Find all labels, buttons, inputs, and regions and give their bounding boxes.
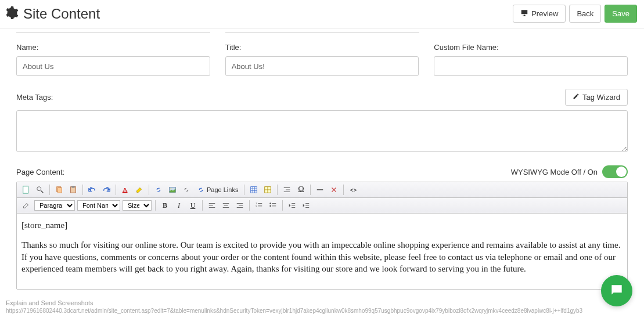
unlink-icon[interactable] [181,184,192,196]
undo-icon[interactable] [87,184,98,196]
svg-rect-6 [71,186,74,188]
align-right-icon[interactable] [234,200,246,211]
preview-button[interactable]: Preview [513,5,566,23]
editor-content[interactable]: [store_name] Thanks so much for visiting… [17,214,627,289]
custom-file-name-label: Custom File Name: [434,43,628,52]
align-center-icon[interactable] [220,200,232,211]
title-label: Title: [225,43,419,52]
name-input[interactable] [16,56,210,76]
name-label: Name: [16,43,210,52]
italic-button[interactable]: I [173,200,185,211]
special-char-icon[interactable]: Ω [295,184,307,196]
page-links-label: Page Links [207,186,238,193]
format-paint-icon[interactable] [20,200,32,211]
outdent-icon[interactable] [286,200,298,211]
content-line-2: Thanks so much for visiting our online s… [21,239,623,274]
text-color-icon[interactable]: A [120,184,131,196]
svg-line-2 [41,191,44,193]
svg-rect-11 [251,187,257,193]
save-button[interactable]: Save [605,5,637,23]
source-icon[interactable]: <> [347,184,359,196]
footer-text: Explain and Send Screenshots [6,299,582,307]
chat-widget-button[interactable] [601,275,632,306]
hr-icon[interactable] [314,184,326,196]
tag-wizard-label: Tag Wizard [582,93,620,102]
rich-text-editor: A Page Links Ω <> [16,182,628,290]
align-left-icon[interactable] [206,200,218,211]
svg-point-10 [171,188,172,189]
pencil-icon [573,93,580,102]
paragraph-select[interactable]: Paragraph [34,200,75,211]
font-name-select[interactable]: Font Name [77,200,120,211]
table-props-icon[interactable] [262,184,274,196]
footer-url: https://719616802440.3dcart.net/admin/si… [6,307,582,315]
underline-button[interactable]: U [187,200,199,211]
search-icon[interactable] [34,184,46,196]
title-input[interactable] [225,56,419,76]
editor-toolbar-1: A Page Links Ω <> [17,182,627,198]
svg-rect-0 [23,186,28,193]
link-icon[interactable] [153,184,164,196]
svg-text:2: 2 [256,205,257,208]
svg-text:A: A [123,186,127,193]
page-header: Site Content Preview Back Save [0,0,644,29]
back-label: Back [577,9,593,18]
preview-label: Preview [531,9,558,18]
svg-point-1 [37,187,41,191]
meta-tags-textarea[interactable] [16,110,628,152]
ghost-row [16,31,628,32]
page-content-label: Page Content: [16,168,64,176]
table-icon[interactable] [248,184,260,196]
svg-rect-4 [57,188,62,193]
new-doc-icon[interactable] [20,184,32,196]
unordered-list-icon[interactable] [267,200,279,211]
wysiwyg-toggle[interactable] [602,165,628,178]
back-button[interactable]: Back [569,5,601,23]
content-line-1: [store_name] [21,219,623,231]
footer-status: Explain and Send Screenshots https://719… [6,299,582,315]
editor-toolbar-2: Paragraph Font Name Size B I U 12 [17,198,627,214]
indent-icon[interactable] [300,200,312,211]
toggle-knob [616,167,627,177]
meta-tags-label: Meta Tags: [16,93,53,102]
bold-button[interactable]: B [159,200,171,211]
svg-point-37 [269,205,271,207]
svg-rect-8 [123,192,128,193]
copy-icon[interactable] [53,184,65,196]
image-icon[interactable] [167,184,178,196]
indent-left-icon[interactable] [281,184,293,196]
cogs-icon [5,6,19,21]
save-label: Save [612,9,629,18]
svg-point-36 [269,203,271,204]
wysiwyg-label: WYSIWYG Mode Off / On [511,168,598,176]
chat-icon [609,283,624,299]
desktop-icon [520,9,528,19]
redo-icon[interactable] [100,184,112,196]
highlight-icon[interactable] [134,184,145,196]
tag-wizard-button[interactable]: Tag Wizard [565,89,628,106]
clear-format-icon[interactable] [328,184,340,196]
paste-icon[interactable] [67,184,79,196]
font-size-select[interactable]: Size [123,200,152,211]
page-title: Site Content [23,6,100,22]
ordered-list-icon[interactable]: 12 [253,200,265,211]
page-links-button[interactable]: Page Links [195,186,240,194]
custom-file-name-input[interactable] [434,56,628,76]
